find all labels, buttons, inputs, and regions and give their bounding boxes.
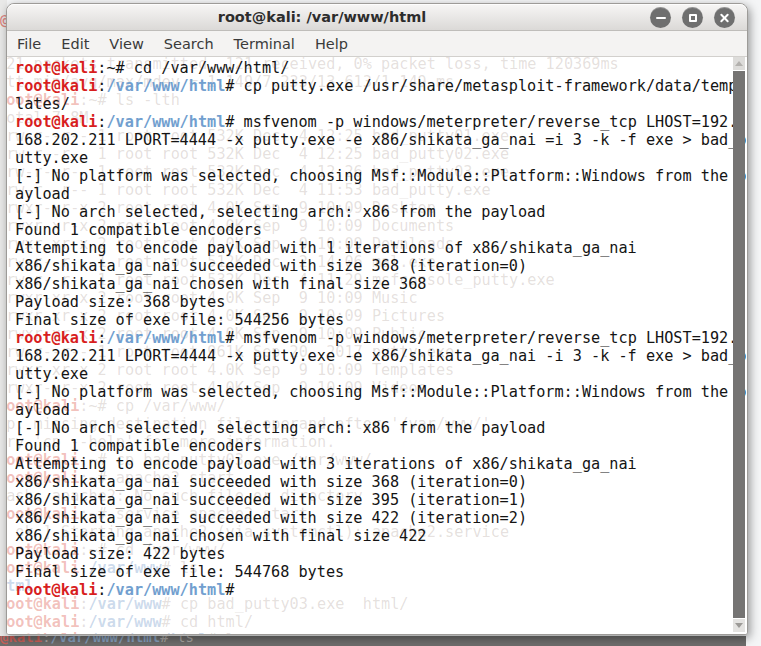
terminal-line: [-] No platform was selected, choosing M… xyxy=(15,383,746,419)
terminal-line: root@kali:/var/www/html# cp putty.exe /u… xyxy=(15,77,746,113)
scrollbar-thumb[interactable] xyxy=(733,71,745,618)
background-ghost-line: @kali:/var/www/html# ls xyxy=(0,636,746,645)
terminal-line: x86/shikata_ga_nai succeeded with size 3… xyxy=(15,473,746,491)
terminal-line: root@kali:/var/www/html# msfvenom -p win… xyxy=(15,113,746,167)
terminal-viewport[interactable]: 121 packets transmitted, 121 received, 0… xyxy=(7,57,747,634)
menu-item-help[interactable]: Help xyxy=(314,34,349,54)
arrow-down-icon xyxy=(735,623,743,628)
terminal-line: Attempting to encode payload with 3 iter… xyxy=(15,455,746,473)
terminal-line: root@kali:/var/www/html# xyxy=(15,581,746,599)
menu-item-edit[interactable]: Edit xyxy=(60,34,90,54)
scrollbar[interactable] xyxy=(733,57,745,634)
terminal-line: x86/shikata_ga_nai chosen with final siz… xyxy=(15,527,746,545)
terminal-line: Found 1 compatible encoders xyxy=(15,437,746,455)
menu-item-file[interactable]: File xyxy=(16,34,42,54)
terminal-line: Payload size: 368 bytes xyxy=(15,293,746,311)
terminal-line: x86/shikata_ga_nai succeeded with size 4… xyxy=(15,509,746,527)
menu-item-search[interactable]: Search xyxy=(163,34,215,54)
terminal-line: x86/shikata_ga_nai succeeded with size 3… xyxy=(15,257,746,275)
maximize-icon xyxy=(689,14,697,22)
background-ghost-line-text: @kali:/var/www/html# ls xyxy=(0,636,746,645)
window-controls xyxy=(650,7,735,28)
titlebar[interactable]: root@kali: /var/www/html xyxy=(7,4,747,31)
minimize-button[interactable] xyxy=(650,7,671,28)
minimize-icon xyxy=(656,17,666,19)
terminal-window: root@kali: /var/www/html FileEditViewSea… xyxy=(6,3,748,635)
menu-item-view[interactable]: View xyxy=(108,34,144,54)
terminal-line: Attempting to encode payload with 1 iter… xyxy=(15,239,746,257)
scroll-up-button[interactable] xyxy=(733,57,745,70)
menu-bar: FileEditViewSearchTerminalHelp xyxy=(7,31,747,57)
ghost-line: root@kali:/var/www/html# ls xyxy=(7,631,728,634)
terminal-line: Payload size: 422 bytes xyxy=(15,545,746,563)
window-title: root@kali: /var/www/html xyxy=(7,4,637,31)
maximize-button[interactable] xyxy=(682,7,703,28)
terminal-line: [-] No platform was selected, choosing M… xyxy=(15,167,746,203)
terminal-line: Found 1 compatible encoders xyxy=(15,221,746,239)
terminal-line: x86/shikata_ga_nai chosen with final siz… xyxy=(15,275,746,293)
terminal-line: Final size of exe file: 544256 bytes xyxy=(15,311,746,329)
close-button[interactable] xyxy=(714,7,735,28)
terminal-output: root@kali:~# cd /var/www/html/root@kali:… xyxy=(7,57,747,599)
ghost-line: root@kali:/var/www# cd html/ xyxy=(7,613,728,631)
terminal-line: Final size of exe file: 544768 bytes xyxy=(15,563,746,581)
arrow-up-icon xyxy=(735,61,743,66)
close-icon xyxy=(719,12,730,23)
desktop: @ @kali:/var/www/html# ls root@kali: /va… xyxy=(0,0,761,646)
terminal-line: root@kali:~# cd /var/www/html/ xyxy=(15,59,746,77)
terminal-line: root@kali:/var/www/html# msfvenom -p win… xyxy=(15,329,746,383)
scroll-down-button[interactable] xyxy=(733,619,745,632)
terminal-line: [-] No arch selected, selecting arch: x8… xyxy=(15,203,746,221)
terminal-line: x86/shikata_ga_nai succeeded with size 3… xyxy=(15,491,746,509)
background-window-strip: @kali:/var/www/html# ls xyxy=(0,636,746,646)
terminal-line: [-] No arch selected, selecting arch: x8… xyxy=(15,419,746,437)
menu-item-terminal[interactable]: Terminal xyxy=(233,34,296,54)
